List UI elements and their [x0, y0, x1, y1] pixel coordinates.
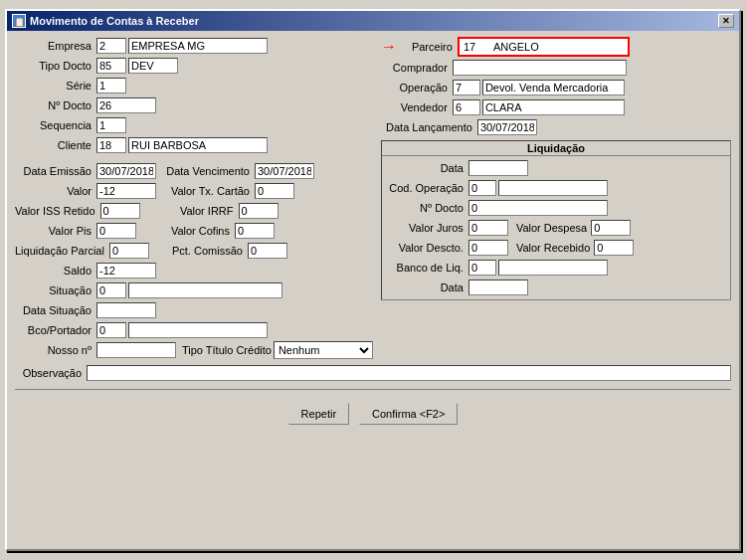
saldo-row: Saldo [15, 262, 373, 280]
left-column: Empresa Tipo Docto Série Nº Docto [15, 37, 373, 359]
sequencia-row: Sequencia [15, 116, 373, 134]
comprador-input[interactable] [453, 60, 627, 76]
liquidacao-content: Data Cod. Operação Nº Docto [382, 156, 730, 299]
empresa-name-input[interactable] [128, 38, 268, 54]
valor-label: Valor [15, 185, 94, 197]
serie-input[interactable] [96, 78, 126, 93]
data-situacao-label: Data Situação [15, 304, 94, 316]
liquidacao-parcial-input[interactable] [109, 243, 149, 259]
sequencia-input[interactable] [96, 117, 126, 133]
tipo-docto-row: Tipo Docto [15, 57, 373, 75]
saldo-input[interactable] [96, 263, 156, 279]
valor-input[interactable] [96, 183, 156, 199]
nosso-n-row: Nosso nº Tipo Título Crédito Nenhum [15, 341, 373, 359]
valor-iss-retido-input[interactable] [100, 203, 140, 219]
valor-pis-input[interactable] [96, 223, 136, 239]
valor-cofins-input[interactable] [235, 223, 275, 239]
valor-tx-cartao-label: Valor Tx. Cartão [158, 185, 253, 197]
data-vencimento-input[interactable] [255, 163, 314, 179]
liq-valor-recebido-input[interactable] [594, 240, 634, 256]
data-emissao-vencimento-row: Data Emissão Data Vencimento [15, 162, 373, 180]
liq-valor-despesa-input[interactable] [591, 220, 631, 236]
valor-irrf-input[interactable] [239, 203, 279, 219]
data-lancamento-row: Data Lançamento [381, 118, 731, 136]
liq-data2-label: Data [387, 281, 466, 293]
situacao-id-input[interactable] [96, 282, 126, 298]
buttons-row: Repetir Confirma <F2> [15, 397, 731, 429]
liq-valor-juros-input[interactable] [468, 220, 508, 236]
liq-valor-recebido-label: Valor Recebido [516, 242, 590, 254]
title-bar: 📋 Movimento de Contas à Receber ✕ [7, 11, 739, 31]
pct-comissao-input[interactable] [248, 243, 287, 259]
nosso-n-input[interactable] [96, 342, 176, 358]
situacao-text-input[interactable] [128, 282, 282, 298]
parceiro-name-input[interactable] [491, 40, 626, 54]
tipo-docto-id-input[interactable] [96, 58, 126, 74]
nosso-n-label: Nosso nº [15, 344, 94, 356]
liq-valor-despesa-label: Valor Despesa [516, 222, 587, 234]
bco-portador-label: Bco/Portador [15, 324, 94, 336]
liq-cod-operacao-label: Cod. Operação [387, 182, 466, 194]
empresa-id-input[interactable] [96, 38, 126, 54]
situacao-label: Situação [15, 284, 94, 296]
tipo-titulo-credito-label: Tipo Título Crédito [182, 344, 272, 356]
confirma-button[interactable]: Confirma <F2> [359, 403, 458, 425]
bco-portador-id-input[interactable] [96, 322, 126, 338]
valor-pis-label: Valor Pis [15, 225, 94, 237]
liq-nf-docto-input[interactable] [468, 200, 608, 216]
data-lancamento-input[interactable] [477, 119, 537, 135]
liquidacao-parcial-row: Liquidação Parcial Pct. Comissão [15, 242, 373, 260]
liq-cod-operacao-input[interactable] [468, 180, 496, 196]
observacao-label: Observação [15, 367, 85, 379]
valor-tx-cartao-input[interactable] [255, 183, 294, 199]
liq-banco-id-input[interactable] [468, 260, 496, 276]
data-lancamento-label: Data Lançamento [381, 121, 475, 133]
liq-banco-name-input[interactable] [498, 260, 608, 276]
right-column: → Parceiro Comprador Operação [381, 37, 731, 359]
tipo-titulo-credito-select[interactable]: Nenhum [274, 341, 373, 359]
valor-irrf-label: Valor IRRF [142, 205, 237, 217]
bco-portador-name-input[interactable] [128, 322, 268, 338]
liq-banco-row: Banco de Liq. [387, 259, 725, 277]
repetir-button[interactable]: Repetir [288, 403, 349, 425]
liq-valor-desconto-input[interactable] [468, 240, 508, 256]
tipo-docto-name-input[interactable] [128, 58, 178, 74]
saldo-label: Saldo [15, 265, 94, 277]
window-content: Empresa Tipo Docto Série Nº Docto [7, 31, 739, 549]
cliente-row: Cliente [15, 136, 373, 154]
liq-data2-input[interactable] [468, 280, 528, 295]
vendedor-name-input[interactable] [482, 99, 625, 115]
liq-data2-row: Data [387, 279, 725, 296]
liq-nf-docto-label: Nº Docto [387, 202, 466, 214]
liquidacao-title: Liquidação [382, 141, 730, 156]
parceiro-label: Parceiro [401, 41, 456, 53]
vendedor-row: Vendedor [381, 98, 731, 116]
nf-docto-input[interactable] [96, 97, 156, 113]
valor-row: Valor Valor Tx. Cartão [15, 182, 373, 200]
liq-data-row: Data [387, 159, 725, 177]
cliente-id-input[interactable] [96, 137, 126, 153]
data-vencimento-label: Data Vencimento [158, 165, 253, 177]
close-button[interactable]: ✕ [718, 14, 734, 28]
parceiro-id-input[interactable] [462, 40, 489, 54]
empresa-row: Empresa [15, 37, 373, 55]
data-emissao-label: Data Emissão [15, 165, 94, 177]
empresa-label: Empresa [15, 40, 94, 52]
data-emissao-input[interactable] [96, 163, 156, 179]
operacao-id-input[interactable] [453, 80, 480, 95]
data-situacao-input[interactable] [96, 302, 156, 318]
valor-pis-cofins-row: Valor Pis Valor Cofins [15, 222, 373, 240]
observacao-input[interactable] [87, 365, 731, 381]
liquidacao-parcial-label: Liquidação Parcial [15, 245, 107, 257]
vendedor-id-input[interactable] [453, 99, 480, 115]
liq-valor-desconto-label: Valor Descto. [387, 242, 466, 254]
data-situacao-row: Data Situação [15, 301, 373, 319]
liq-cod-operacao-row: Cod. Operação [387, 179, 725, 197]
liq-cod-operacao-extra-input[interactable] [498, 180, 608, 196]
valor-iss-irrf-row: Valor ISS Retido Valor IRRF [15, 202, 373, 220]
parceiro-highlight-box [458, 37, 630, 57]
comprador-row: Comprador [381, 59, 731, 77]
cliente-name-input[interactable] [128, 137, 268, 153]
liq-data-input[interactable] [468, 160, 528, 176]
operacao-name-input[interactable] [482, 80, 625, 95]
